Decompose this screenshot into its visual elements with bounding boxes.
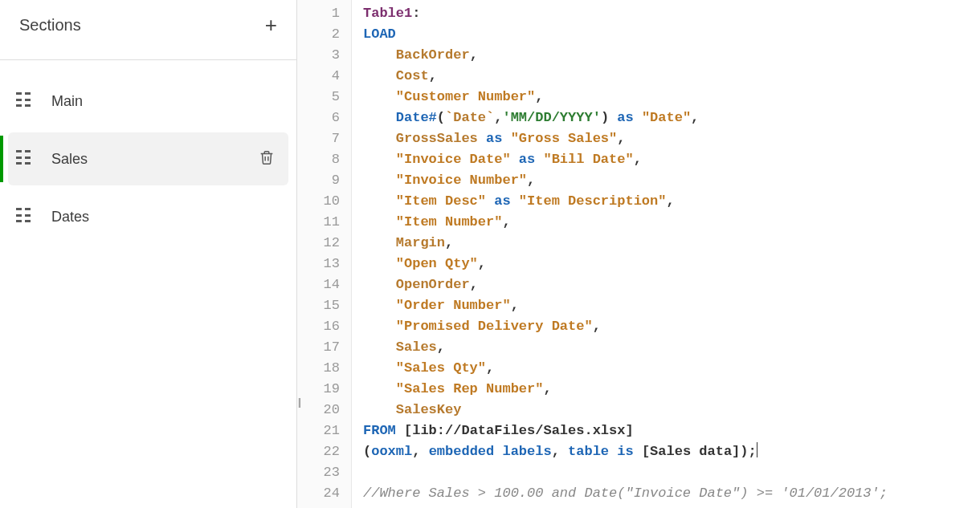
code-line[interactable]: "Sales Rep Number", [363, 379, 888, 400]
code-line[interactable]: "Customer Number", [363, 87, 888, 108]
code-token: //Where Sales > 100.00 and Date("Invoice… [363, 486, 888, 501]
code-editor[interactable]: 123456789101112131415161718192021222324 … [297, 0, 980, 508]
code-line[interactable]: "Item Number", [363, 212, 888, 233]
code-line[interactable]: "Order Number", [363, 295, 888, 316]
line-number: 7 [297, 128, 340, 149]
code-line[interactable]: "Invoice Number", [363, 170, 888, 191]
code-line[interactable]: BackOrder, [363, 45, 888, 66]
code-line[interactable]: Cost, [363, 66, 888, 87]
code-token: "Item Number" [363, 214, 502, 230]
code-token: , [593, 319, 601, 334]
code-token: , [527, 173, 535, 188]
code-token: SalesKey [363, 402, 461, 417]
code-token: , [494, 110, 502, 125]
code-line[interactable]: "Promised Delivery Date", [363, 316, 888, 337]
drag-handle-icon[interactable] [16, 92, 34, 110]
code-line[interactable]: GrossSales as "Gross Sales", [363, 128, 888, 149]
line-number: 5 [297, 87, 340, 108]
code-token: , [666, 193, 674, 209]
code-token: "Gross Sales" [511, 131, 618, 146]
code-token: GrossSales [363, 131, 478, 146]
code-token: table is [568, 444, 642, 459]
code-token: "Customer Number" [363, 89, 535, 104]
code-token: LOAD [363, 26, 396, 42]
code-token: : [412, 6, 420, 21]
code-token: "Date" [642, 110, 691, 125]
drag-handle-icon[interactable] [16, 208, 34, 226]
code-token: "Sales Rep Number" [363, 381, 543, 396]
code-token: `Date` [445, 110, 494, 125]
line-number: 19 [297, 379, 340, 400]
delete-section-icon[interactable] [258, 148, 276, 169]
line-number: 15 [297, 295, 340, 316]
code-line[interactable]: "Sales Qty", [363, 358, 888, 379]
code-token: embedded labels [429, 444, 552, 459]
sidebar-title: Sections [19, 16, 81, 35]
code-token: FROM [363, 423, 404, 438]
code-token: "Sales Qty" [363, 360, 486, 376]
code-line[interactable]: OpenOrder, [363, 274, 888, 295]
code-line[interactable]: SalesKey [363, 400, 888, 421]
line-number: 17 [297, 337, 340, 358]
code-line[interactable]: "Invoice Date" as "Bill Date", [363, 149, 888, 170]
add-section-button[interactable]: + [265, 14, 277, 35]
line-number: 23 [297, 462, 340, 483]
code-token: [Sales data] [642, 444, 740, 459]
code-line[interactable]: Sales, [363, 337, 888, 358]
code-line[interactable]: //Where Sales > 100.00 and Date("Invoice… [363, 483, 888, 504]
text-cursor [757, 442, 757, 457]
code-token: , [535, 89, 543, 104]
pane-resize-handle[interactable]: || [298, 396, 300, 408]
section-list: MainSalesDates [0, 60, 296, 248]
code-line[interactable]: (ooxml, embedded labels, table is [Sales… [363, 441, 888, 462]
section-label: Dates [51, 209, 276, 226]
sidebar-item-dates[interactable]: Dates [8, 190, 288, 243]
code-line[interactable]: "Open Qty", [363, 254, 888, 274]
code-line[interactable]: LOAD [363, 24, 888, 45]
line-number: 20 [297, 400, 340, 421]
code-token: , [691, 110, 699, 125]
sidebar-item-main[interactable]: Main [8, 75, 288, 128]
code-token: "Promised Delivery Date" [363, 319, 593, 334]
line-number: 12 [297, 233, 340, 254]
code-token: , [445, 235, 453, 250]
code-token: ); [740, 444, 756, 459]
code-token: Table1 [363, 6, 412, 21]
code-token: , [470, 47, 478, 63]
code-line[interactable] [363, 462, 888, 483]
code-content[interactable]: Table1:LOAD BackOrder, Cost, "Customer N… [352, 0, 888, 508]
section-label: Sales [51, 151, 258, 168]
code-token: Margin [363, 235, 445, 250]
code-token: , [617, 131, 625, 146]
line-number: 16 [297, 316, 340, 337]
line-number-gutter: 123456789101112131415161718192021222324 [297, 0, 352, 508]
code-token: "Item Description" [519, 193, 667, 209]
code-token: , [470, 277, 478, 292]
sidebar-item-sales[interactable]: Sales [8, 132, 288, 185]
code-token: as [478, 131, 511, 146]
code-token: BackOrder [363, 47, 470, 63]
code-line[interactable]: Date#(`Date`,'MM/DD/YYYY') as "Date", [363, 108, 888, 128]
sidebar-header: Sections + [0, 0, 296, 60]
line-number: 2 [297, 24, 340, 45]
code-token: as [511, 152, 544, 167]
line-number: 21 [297, 421, 340, 441]
line-number: 4 [297, 66, 340, 87]
code-token: , [412, 444, 428, 459]
line-number: 22 [297, 441, 340, 462]
code-token: "Bill Date" [543, 152, 633, 167]
code-line[interactable]: Table1: [363, 3, 888, 24]
drag-handle-icon[interactable] [16, 150, 34, 168]
code-token: , [437, 339, 445, 355]
line-number: 10 [297, 191, 340, 212]
code-token: Sales [363, 339, 437, 355]
code-token: , [486, 360, 494, 376]
code-token: ( [363, 444, 371, 459]
code-token: "Invoice Date" [363, 152, 511, 167]
code-token: "Item Desc" [363, 193, 486, 209]
code-token: "Order Number" [363, 298, 511, 313]
code-line[interactable]: Margin, [363, 233, 888, 254]
code-token: , [552, 444, 568, 459]
code-line[interactable]: FROM [lib://DataFiles/Sales.xlsx] [363, 421, 888, 441]
code-line[interactable]: "Item Desc" as "Item Description", [363, 191, 888, 212]
